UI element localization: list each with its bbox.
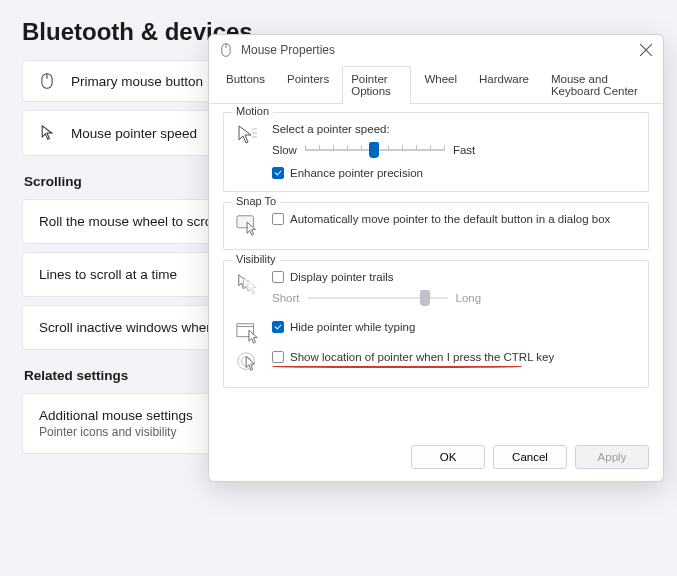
group-snap-to: Snap To Automatically move pointer to th… <box>223 202 649 250</box>
mouse-properties-dialog: Mouse Properties Buttons Pointers Pointe… <box>208 34 664 482</box>
tab-pointer-options[interactable]: Pointer Options <box>342 66 411 104</box>
group-title: Visibility <box>232 253 280 265</box>
cursor-icon <box>39 125 55 141</box>
ctrl-locate-checkbox[interactable] <box>272 351 284 363</box>
pointer-trails-label: Display pointer trails <box>290 271 394 283</box>
mouse-icon <box>39 73 55 89</box>
group-title: Motion <box>232 105 273 117</box>
setting-label: Roll the mouse wheel to scroll <box>39 214 218 229</box>
hide-typing-icon <box>236 321 260 345</box>
annotation-underline <box>272 365 522 368</box>
enhance-precision-checkbox[interactable] <box>272 167 284 179</box>
trails-slider <box>308 289 448 307</box>
setting-label: Additional mouse settings <box>39 408 193 423</box>
setting-label: Mouse pointer speed <box>71 126 197 141</box>
hide-typing-label: Hide pointer while typing <box>290 321 415 333</box>
snap-to-label: Automatically move pointer to the defaul… <box>290 213 610 225</box>
apply-button: Apply <box>575 445 649 469</box>
cancel-button[interactable]: Cancel <box>493 445 567 469</box>
tabstrip: Buttons Pointers Pointer Options Wheel H… <box>209 65 663 104</box>
close-icon[interactable] <box>639 43 653 57</box>
hide-typing-checkbox[interactable] <box>272 321 284 333</box>
short-label: Short <box>272 292 300 304</box>
tab-pointers[interactable]: Pointers <box>278 66 338 104</box>
setting-label: Scroll inactive windows when <box>39 320 214 335</box>
enhance-precision-label: Enhance pointer precision <box>290 167 423 179</box>
tab-wheel[interactable]: Wheel <box>415 66 466 104</box>
group-motion: Motion Select a pointer speed: Slow Fast <box>223 112 649 192</box>
mouse-icon <box>219 43 233 57</box>
slow-label: Slow <box>272 144 297 156</box>
tab-pane: Motion Select a pointer speed: Slow Fast <box>209 104 663 435</box>
snap-to-icon <box>236 213 260 237</box>
tab-keyboard-center[interactable]: Mouse and Keyboard Center <box>542 66 655 104</box>
dialog-buttons: OK Cancel Apply <box>209 435 663 481</box>
setting-label: Lines to scroll at a time <box>39 267 177 282</box>
titlebar: Mouse Properties <box>209 35 663 65</box>
setting-label: Primary mouse button <box>71 74 203 89</box>
tab-hardware[interactable]: Hardware <box>470 66 538 104</box>
snap-to-checkbox[interactable] <box>272 213 284 225</box>
pointer-speed-slider[interactable] <box>305 141 445 159</box>
group-title: Snap To <box>232 195 280 207</box>
fast-label: Fast <box>453 144 475 156</box>
pointer-speed-label: Select a pointer speed: <box>272 123 636 135</box>
dialog-title: Mouse Properties <box>241 43 335 57</box>
long-label: Long <box>456 292 482 304</box>
ctrl-locate-label: Show location of pointer when I press th… <box>290 351 554 363</box>
tab-buttons[interactable]: Buttons <box>217 66 274 104</box>
cursor-speed-icon <box>236 123 260 147</box>
ctrl-locate-icon <box>236 351 260 375</box>
group-visibility: Visibility Display pointer trails Short <box>223 260 649 388</box>
ok-button[interactable]: OK <box>411 445 485 469</box>
setting-sublabel: Pointer icons and visibility <box>39 425 193 439</box>
pointer-trails-icon <box>236 271 260 295</box>
pointer-trails-checkbox[interactable] <box>272 271 284 283</box>
